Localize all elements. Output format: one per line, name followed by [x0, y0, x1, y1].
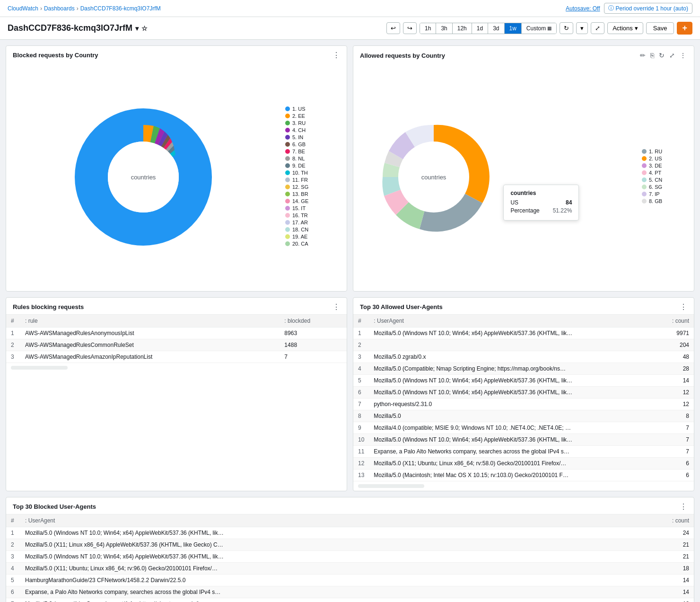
cell-count: 18: [618, 563, 694, 575]
svg-text:countries: countries: [131, 174, 156, 181]
cell-blocked: 8963: [280, 328, 347, 339]
table-row: 2 AWS-AWSManagedRulesCommonRuleSet 1488: [6, 339, 347, 351]
cell-ua: Mozilla/5.0 (Windows NT 10.0; Win64; x64…: [20, 551, 618, 563]
autosave-toggle[interactable]: Autosave: Off: [566, 5, 600, 12]
cell-ua: Mozilla/4.0 (compatible; MSIE 9.0; Windo…: [369, 422, 656, 434]
cell-ua: Mozilla/5.0 zgrab/0.x: [369, 351, 656, 363]
refresh-icon[interactable]: ↻: [658, 51, 665, 60]
undo-button[interactable]: ↩: [386, 22, 400, 34]
middle-row: Rules blocking requests ⋮ # : rule : blo…: [6, 297, 694, 491]
redo-button[interactable]: ↪: [403, 22, 417, 34]
time-1d[interactable]: 1d: [472, 23, 488, 34]
table-row: 6 Expanse, a Palo Alto Networks company,…: [6, 586, 694, 598]
actions-button[interactable]: Actions ▾: [607, 22, 643, 34]
blocked-donut-container: countries 1. US 2. EE 3. RU 4. CH 5. IN …: [6, 62, 347, 291]
fullscreen-button[interactable]: ⤢: [591, 22, 604, 34]
menu-icon[interactable]: ⋮: [679, 51, 687, 60]
copy-icon[interactable]: ⎘: [649, 51, 655, 60]
cell-ua: Mozilla/5.0 (Windows NT 10.0; Win64; x64…: [369, 434, 656, 446]
cell-num: 10: [353, 434, 369, 446]
top30-allowed-table: # : UserAgent : count 1 Mozilla/5.0 (Win…: [353, 315, 694, 481]
cell-count: 8: [656, 410, 694, 422]
cell-ua: Mozilla/5.0 (X11; Ubuntu; Linux x86_64; …: [20, 563, 618, 575]
cell-num: 9: [353, 422, 369, 434]
rules-scrollbar[interactable]: [11, 366, 68, 370]
blocked-legend: 1. US 2. EE 3. RU 4. CH 5. IN 6. GB 7. B…: [285, 106, 342, 248]
tooltip-us-label: US: [510, 199, 518, 206]
top30-blocked-menu[interactable]: ⋮: [680, 502, 687, 511]
cell-count: 12: [656, 387, 694, 398]
country-tooltip: countries US 84 Percentage 51.22%: [503, 185, 579, 221]
allowed-ua-scrollbar[interactable]: [358, 484, 424, 488]
table-row: 1 Mozilla/5.0 (Windows NT 10.0; Win64; x…: [353, 328, 694, 339]
table-row: 11 Expanse, a Palo Alto Networks company…: [353, 446, 694, 458]
blocked-panel-content: countries 1. US 2. EE 3. RU 4. CH 5. IN …: [6, 62, 347, 291]
allowed-panel-title: Allowed requests by Country: [360, 52, 445, 59]
time-3d[interactable]: 3d: [488, 23, 504, 34]
dropdown-icon[interactable]: ▾: [135, 25, 139, 32]
col-header-num-a: #: [353, 315, 369, 328]
table-row: 7 python-requests/2.31.0 12: [353, 398, 694, 410]
breadcrumb-dashboards[interactable]: Dashboards: [44, 5, 75, 12]
cell-num: 8: [353, 410, 369, 422]
time-custom[interactable]: Custom ▦: [522, 23, 556, 34]
time-1h[interactable]: 1h: [420, 23, 436, 34]
period-override-badge[interactable]: ⓘ Period override 1 hour (auto): [604, 3, 692, 14]
cell-num: 2: [6, 339, 20, 351]
top-row: Blocked requests by Country ⋮: [6, 45, 694, 292]
add-widget-button[interactable]: +: [677, 22, 692, 35]
cell-num: 5: [6, 575, 20, 586]
cell-count: 24: [618, 527, 694, 539]
cell-ua: [369, 339, 656, 351]
cell-num: 2: [353, 339, 369, 351]
time-1w[interactable]: 1w: [505, 23, 522, 34]
bottom-row: Top 30 Blocked User-Agents ⋮ # : UserAge…: [6, 497, 694, 602]
table-row: 1 Mozilla/5.0 (Windows NT 10.0; Win64; x…: [6, 527, 694, 539]
cell-ua: Mozilla/5.0 (Compatible; Nmap Scripting …: [369, 363, 656, 375]
tooltip-us-value: 84: [566, 199, 572, 206]
cell-num: 11: [353, 446, 369, 458]
save-button[interactable]: Save: [646, 22, 674, 34]
edit-icon[interactable]: ✏: [639, 51, 647, 60]
favorite-icon[interactable]: ☆: [141, 25, 148, 32]
cell-count: 14: [618, 586, 694, 598]
cell-ua: Mozilla/5.0 (Windows NT 10.0; Win64; x64…: [20, 527, 618, 539]
tooltip-pct-value: 51.22%: [553, 207, 572, 214]
cell-count: 6: [656, 458, 694, 469]
refresh-button[interactable]: ↻: [560, 22, 573, 34]
cell-num: 3: [6, 551, 20, 563]
cell-count: 7: [656, 422, 694, 434]
main-content: Blocked requests by Country ⋮: [0, 40, 700, 602]
time-12h[interactable]: 12h: [453, 23, 472, 34]
tooltip-pct-row: Percentage 51.22%: [510, 207, 572, 214]
breadcrumb-cloudwatch[interactable]: CloudWatch: [8, 5, 38, 12]
cell-num: 3: [6, 351, 20, 363]
info-icon: ⓘ: [608, 4, 614, 12]
expand-icon[interactable]: ⤢: [668, 51, 676, 60]
table-row: 5 Mozilla/5.0 (Windows NT 10.0; Win64; x…: [353, 375, 694, 387]
cell-ua: Mozilla/5.0 (X11; Linux x86_64) AppleWeb…: [20, 539, 618, 551]
cell-num: 4: [353, 363, 369, 375]
cell-count: 28: [656, 363, 694, 375]
blocked-by-country-panel: Blocked requests by Country ⋮: [6, 45, 347, 292]
time-3h[interactable]: 3h: [436, 23, 452, 34]
table-row: 4 Mozilla/5.0 (X11; Ubuntu; Linux x86_64…: [6, 563, 694, 575]
cell-num: 13: [353, 469, 369, 481]
tooltip-pct-label: Percentage: [510, 207, 539, 214]
table-row: 2 204: [353, 339, 694, 351]
breadcrumb: CloudWatch › Dashboards › DashCCD7F836-k…: [8, 5, 161, 12]
tooltip-title: countries: [510, 190, 572, 196]
table-row: 3 Mozilla/5.0 zgrab/0.x 48: [353, 351, 694, 363]
tooltip-us-row: US 84: [510, 199, 572, 206]
cell-ua: Mozilla/5.0: [369, 410, 656, 422]
rules-blocking-menu[interactable]: ⋮: [332, 302, 340, 311]
cell-blocked: 7: [280, 351, 347, 363]
col-header-ua-a: : UserAgent: [369, 315, 656, 328]
refresh-dropdown[interactable]: ▾: [576, 22, 588, 34]
toolbar-right: ↩ ↪ 1h 3h 12h 1d 3d 1w Custom ▦ ↻ ▾ ⤢ Ac…: [386, 22, 692, 35]
cell-ua: Mozilla/5.0 (compatible; CensysInspect/1…: [20, 598, 618, 602]
top30-allowed-menu[interactable]: ⋮: [680, 302, 687, 311]
cell-count: 7: [656, 434, 694, 446]
blocked-panel-menu[interactable]: ⋮: [332, 51, 340, 60]
allowed-donut-wrap: countries countries US 84 Percentage 5: [358, 101, 632, 253]
